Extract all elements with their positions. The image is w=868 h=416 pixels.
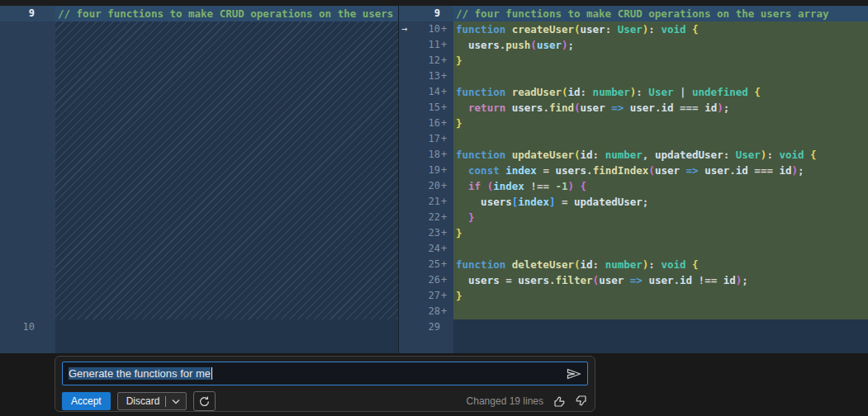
thumbs-up-button[interactable] <box>553 395 566 408</box>
added-plus-marker: + <box>440 241 453 257</box>
code-line[interactable]: 9// four functions to make CRUD operatio… <box>399 6 868 21</box>
gutter-cell: 9 <box>399 6 453 21</box>
code-line[interactable]: 29 <box>399 319 868 335</box>
code-text[interactable]: } <box>453 116 868 131</box>
regenerate-button[interactable] <box>193 391 216 411</box>
code-line[interactable]: 28+ <box>399 304 868 319</box>
gutter-cell: 25+ <box>399 257 453 272</box>
code-line[interactable]: 27+} <box>399 288 868 304</box>
added-plus-marker: + <box>440 178 453 194</box>
line-number: 28 <box>415 304 440 319</box>
added-plus-marker: + <box>440 288 453 304</box>
diff-empty-region[interactable] <box>0 21 398 319</box>
code-text[interactable]: if (index !== -1) { <box>453 178 868 194</box>
code-text[interactable]: } <box>453 288 868 304</box>
code-text[interactable]: function createUser(user: User): void { <box>453 21 868 37</box>
gutter-cell: 14+ <box>399 84 453 100</box>
code-line[interactable]: 19+ const index = users.findIndex(user =… <box>399 163 868 178</box>
line-number: 15 <box>415 100 440 116</box>
gutter-cell: 28+ <box>399 304 453 319</box>
code-text[interactable]: function deleteUser(id: number): void { <box>453 257 868 272</box>
thumbs-down-button[interactable] <box>575 395 588 408</box>
line-number: 9 <box>415 6 440 21</box>
code-text[interactable] <box>453 69 868 84</box>
line-number: 12 <box>415 53 440 69</box>
chat-input[interactable]: Generate the functions for me <box>62 362 588 385</box>
code-line[interactable]: →10+function createUser(user: User): voi… <box>399 21 868 37</box>
thumbs-down-icon <box>575 395 588 408</box>
code-text[interactable]: } <box>453 225 868 241</box>
code-text[interactable] <box>453 241 868 257</box>
code-line[interactable]: 10 <box>0 319 398 335</box>
gutter-cell <box>0 21 55 319</box>
arrow-slot <box>399 272 415 288</box>
code-line[interactable]: 9// four functions to make CRUD operatio… <box>0 6 398 21</box>
line-number: 25 <box>415 257 440 272</box>
diff-right-pane[interactable]: 9// four functions to make CRUD operatio… <box>399 6 868 353</box>
added-plus-marker: + <box>440 210 453 225</box>
line-number: 23 <box>415 225 440 241</box>
code-line[interactable]: 14+function readUser(id: number): User |… <box>399 84 868 100</box>
gutter-cell: 22+ <box>399 210 453 225</box>
discard-split-button[interactable]: Discard <box>117 392 187 410</box>
code-text[interactable]: users = users.filter(user => user.id !==… <box>453 272 868 288</box>
added-plus-marker: + <box>440 163 453 178</box>
code-line[interactable]: 24+ <box>399 241 868 257</box>
code-text[interactable]: users[index] = updatedUser; <box>453 194 868 210</box>
code-line[interactable]: 21+ users[index] = updatedUser; <box>399 194 868 210</box>
code-line[interactable]: 17+ <box>399 131 868 147</box>
code-text[interactable]: function readUser(id: number): User | un… <box>453 84 868 100</box>
gutter-cell: 27+ <box>399 288 453 304</box>
code-line[interactable]: 11+ users.push(user); <box>399 37 868 53</box>
gutter-cell <box>399 335 453 353</box>
added-plus-marker: + <box>440 37 453 53</box>
code-line[interactable]: 16+} <box>399 116 868 131</box>
code-line[interactable]: 25+function deleteUser(id: number): void… <box>399 257 868 272</box>
added-plus-marker: + <box>440 116 453 131</box>
code-line[interactable]: 15+ return users.find(user => user.id ==… <box>399 100 868 116</box>
code-text[interactable] <box>55 21 398 319</box>
line-number: 20 <box>415 178 440 194</box>
chat-input-value[interactable]: Generate the functions for me <box>69 367 211 380</box>
gutter-cell: 20+ <box>399 178 453 194</box>
gutter-cell: 18+ <box>399 147 453 163</box>
code-text[interactable] <box>453 319 868 335</box>
arrow-slot <box>399 225 415 241</box>
code-line[interactable]: 26+ users = users.filter(user => user.id… <box>399 272 868 288</box>
code-text[interactable]: return users.find(user => user.id === id… <box>453 100 868 116</box>
code-line[interactable]: 22+ } <box>399 210 868 225</box>
code-line[interactable]: 12+} <box>399 53 868 69</box>
code-text[interactable]: // four functions to make CRUD operation… <box>453 6 868 21</box>
code-text[interactable]: // four functions to make CRUD operation… <box>55 6 398 21</box>
code-line[interactable]: 23+} <box>399 225 868 241</box>
code-line[interactable]: 20+ if (index !== -1) { <box>399 178 868 194</box>
gutter-cell: 19+ <box>399 163 453 178</box>
discard-button-label: Discard <box>126 395 160 407</box>
code-text[interactable]: users.push(user); <box>453 37 868 53</box>
gutter-cell: 13+ <box>399 69 453 84</box>
current-change-arrow-icon: → <box>399 21 415 37</box>
code-text[interactable]: const index = users.findIndex(user => us… <box>453 163 868 178</box>
added-plus-marker: + <box>440 272 453 288</box>
code-text[interactable] <box>453 131 868 147</box>
code-text[interactable] <box>453 304 868 319</box>
diff-left-pane[interactable]: 9// four functions to make CRUD operatio… <box>0 6 399 353</box>
accept-button[interactable]: Accept <box>62 392 111 410</box>
arrow-slot <box>399 288 415 304</box>
arrow-slot <box>399 194 415 210</box>
line-number: 29 <box>415 319 440 335</box>
chevron-down-icon[interactable] <box>172 399 180 404</box>
code-line[interactable]: 18+function updateUser(id: number, updat… <box>399 147 868 163</box>
line-number: 17 <box>415 131 440 147</box>
code-line[interactable]: 13+ <box>399 69 868 84</box>
line-number: 19 <box>415 163 440 178</box>
code-text[interactable]: } <box>453 210 868 225</box>
send-button[interactable] <box>566 366 582 381</box>
code-text[interactable]: } <box>453 53 868 69</box>
chat-actions-row: Accept Discard <box>62 391 588 411</box>
code-text[interactable]: function updateUser(id: number, updatedU… <box>453 147 868 163</box>
code-text[interactable] <box>55 319 398 335</box>
line-number: 13 <box>415 69 440 84</box>
line-number: 27 <box>415 288 440 304</box>
diff-editor: 9// four functions to make CRUD operatio… <box>0 6 868 353</box>
